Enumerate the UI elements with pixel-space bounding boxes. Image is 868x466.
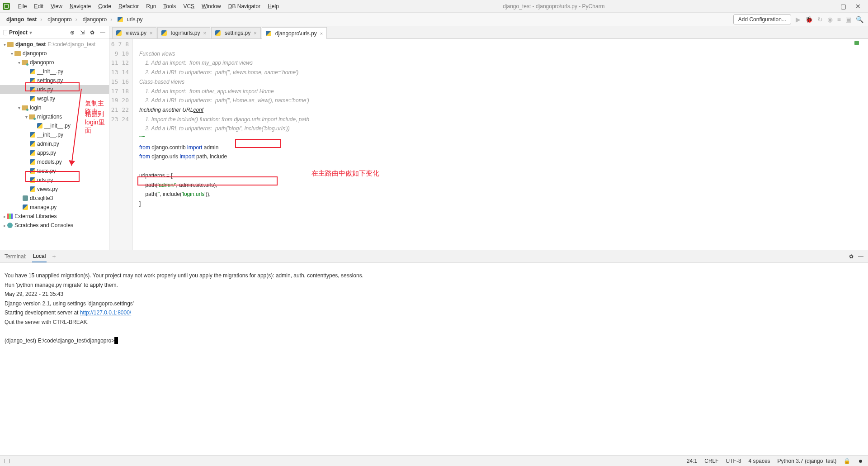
collapse-icon[interactable]: ⇲ <box>80 29 85 36</box>
add-configuration-button[interactable]: Add Configuration... <box>733 14 791 24</box>
python-file-icon <box>30 87 35 92</box>
close-tab-icon[interactable]: × <box>320 31 323 36</box>
menu-refactor[interactable]: Refactor <box>115 2 142 11</box>
menu-edit[interactable]: Edit <box>30 2 47 11</box>
menu-view[interactable]: View <box>47 2 66 11</box>
project-pane-header: Project ▾ ⊕ ⇲ ✿ — <box>0 26 109 39</box>
python-file-icon <box>118 17 123 22</box>
package-icon <box>29 114 35 119</box>
python-file-icon <box>30 96 35 101</box>
debug-icon[interactable]: 🐞 <box>805 16 813 23</box>
indent[interactable]: 4 spaces <box>749 458 770 464</box>
scratches-icon <box>7 223 13 228</box>
tree-file[interactable]: db.sqlite3 <box>0 194 109 203</box>
tree-file[interactable]: apps.py <box>0 148 109 157</box>
tree-file[interactable]: settings.py <box>0 76 109 85</box>
add-terminal-icon[interactable]: + <box>52 253 56 260</box>
caret-position[interactable]: 24:1 <box>687 458 697 464</box>
python-file-icon <box>30 69 35 74</box>
close-tab-icon[interactable]: × <box>203 30 206 36</box>
project-sidebar: Project ▾ ⊕ ⇲ ✿ — ▾django_testE:\code\dj… <box>0 26 109 250</box>
python-file-icon <box>30 186 35 192</box>
minimize-icon[interactable]: — <box>825 3 831 10</box>
coverage-icon[interactable]: ↻ <box>817 16 823 23</box>
editor-tabs: views.py× login\urls.py× settings.py× dj… <box>109 26 868 39</box>
code-editor[interactable]: Function views 1. Add an import: from my… <box>133 39 868 250</box>
folder-icon <box>14 51 21 56</box>
breadcrumb[interactable]: djangopro <box>46 15 80 24</box>
profile-icon[interactable]: ◉ <box>827 16 833 23</box>
stop-icon[interactable]: ≡ <box>837 16 841 23</box>
tree-file[interactable]: tests.py <box>0 166 109 176</box>
hide-icon[interactable]: — <box>858 253 863 260</box>
tree-file[interactable]: __init__.py <box>0 67 109 76</box>
tree-file[interactable]: wsgi.py <box>0 94 109 103</box>
python-file-icon <box>215 30 221 36</box>
gear-icon[interactable]: ✿ <box>849 253 854 260</box>
menu-help[interactable]: Help <box>264 2 283 11</box>
editor-tab[interactable]: login\urls.py× <box>157 27 210 38</box>
terminal-pane: Terminal: Local + ✿ — You have 15 unappl… <box>0 250 868 349</box>
python-file-icon <box>116 30 122 36</box>
hector-icon[interactable]: ☻ <box>858 458 863 464</box>
python-file-icon <box>30 78 35 83</box>
python-file-icon <box>30 132 35 138</box>
nav-bar: django_test djangopro djangopro urls.py … <box>0 13 868 26</box>
tree-file[interactable]: manage.py <box>0 203 109 212</box>
gear-icon[interactable]: ✿ <box>90 29 94 36</box>
menu-code[interactable]: Code <box>94 2 115 11</box>
breadcrumb[interactable]: djangopro <box>81 15 116 24</box>
tree-file[interactable]: models.py <box>0 157 109 166</box>
tree-file[interactable]: urls.py <box>0 176 109 185</box>
libraries-icon <box>7 214 13 219</box>
encoding[interactable]: UTF-8 <box>726 458 741 464</box>
package-icon <box>22 60 28 65</box>
editor-tab[interactable]: settings.py× <box>211 27 261 38</box>
server-url-link[interactable]: http://127.0.0.1:8000/ <box>80 309 131 316</box>
python-file-icon <box>23 204 28 210</box>
project-tree[interactable]: ▾django_testE:\code\django_test ▾djangop… <box>0 39 109 250</box>
terminal-tab-local[interactable]: Local <box>32 251 47 262</box>
run-icon[interactable]: ▶ <box>796 16 801 23</box>
python-file-icon <box>266 31 271 36</box>
terminal-cursor <box>114 337 118 344</box>
project-pane-title[interactable]: Project <box>9 29 28 36</box>
search-icon[interactable]: 🔍 <box>856 16 863 23</box>
more-icon[interactable]: ▣ <box>845 16 851 23</box>
tree-file-selected[interactable]: urls.py <box>0 85 109 94</box>
tree-file[interactable]: __init__.py <box>0 130 109 139</box>
menu-vcs[interactable]: VCS <box>179 2 198 11</box>
line-gutter[interactable]: 6 7 8 9 10 11 12 13 14 15 16 17 18 19 20… <box>109 39 133 250</box>
hide-icon[interactable]: — <box>100 29 105 36</box>
menu-window[interactable]: Window <box>198 2 225 11</box>
close-icon[interactable]: ✕ <box>855 3 861 10</box>
breadcrumb[interactable]: django_test <box>5 15 46 24</box>
annotation-text: 在主路由中做如下变化 <box>311 169 379 178</box>
tree-file[interactable]: admin.py <box>0 139 109 148</box>
editor-tab-active[interactable]: djangopro\urls.py× <box>262 27 327 39</box>
terminal-body[interactable]: You have 15 unapplied migration(s). Your… <box>0 263 868 349</box>
close-tab-icon[interactable]: × <box>150 30 152 36</box>
status-bar: 24:1 CRLF UTF-8 4 spaces Python 3.7 (dja… <box>0 455 868 466</box>
locate-icon[interactable]: ⊕ <box>70 29 75 36</box>
line-sep[interactable]: CRLF <box>704 458 718 464</box>
close-tab-icon[interactable]: × <box>254 30 256 36</box>
lock-icon[interactable]: 🔒 <box>844 458 850 464</box>
menu-dbnav[interactable]: DB Navigator <box>225 2 264 11</box>
python-file-icon <box>161 30 167 36</box>
interpreter[interactable]: Python 3.7 (django_test) <box>778 458 837 464</box>
breadcrumb[interactable]: urls.py <box>116 15 144 24</box>
menu-file[interactable]: File <box>14 2 30 11</box>
inspection-ok-icon <box>854 41 859 45</box>
tree-file[interactable]: __init__.py <box>0 121 109 130</box>
maximize-icon[interactable]: ▢ <box>840 3 846 10</box>
editor-tab[interactable]: views.py× <box>112 27 156 38</box>
menu-tools[interactable]: Tools <box>160 2 179 11</box>
menu-run[interactable]: Run <box>142 2 160 11</box>
window-title: django_test - djangopro\urls.py - PyChar… <box>283 3 825 10</box>
chevron-down-icon[interactable]: ▾ <box>29 29 32 36</box>
folder-icon <box>7 42 14 47</box>
menu-navigate[interactable]: Navigate <box>66 2 94 11</box>
tree-file[interactable]: views.py <box>0 185 109 194</box>
tool-windows-icon[interactable] <box>5 459 10 463</box>
